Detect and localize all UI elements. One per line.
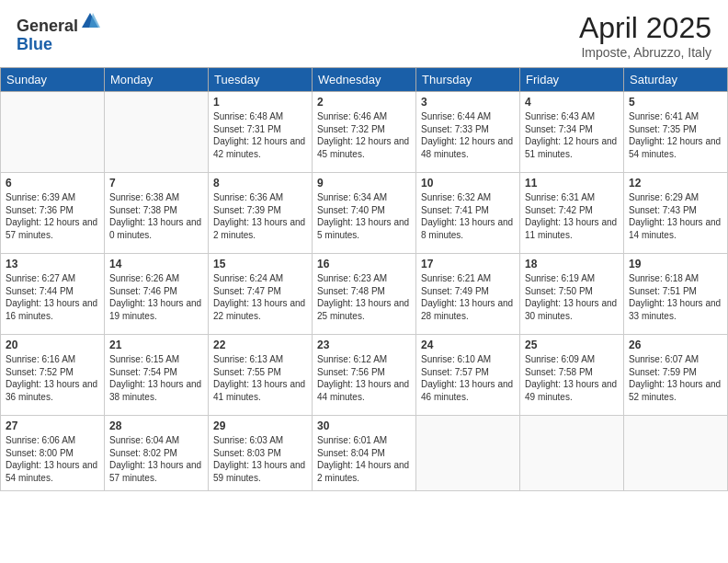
day-detail: Sunrise: 6:29 AMSunset: 7:43 PMDaylight:…: [629, 191, 722, 241]
calendar-cell: 21Sunrise: 6:15 AMSunset: 7:54 PMDayligh…: [105, 335, 209, 416]
day-detail: Sunrise: 6:01 AMSunset: 8:04 PMDaylight:…: [317, 434, 411, 484]
calendar-cell: 7Sunrise: 6:38 AMSunset: 7:38 PMDaylight…: [105, 173, 209, 254]
day-detail: Sunrise: 6:26 AMSunset: 7:46 PMDaylight:…: [109, 272, 203, 322]
day-detail: Sunrise: 6:31 AMSunset: 7:42 PMDaylight:…: [525, 191, 619, 241]
day-number: 22: [213, 339, 307, 351]
day-detail: Sunrise: 6:39 AMSunset: 7:36 PMDaylight:…: [6, 191, 99, 241]
day-detail: Sunrise: 6:12 AMSunset: 7:56 PMDaylight:…: [317, 353, 411, 403]
day-number: 26: [629, 339, 722, 351]
day-number: 3: [421, 96, 515, 109]
calendar-cell: 28Sunrise: 6:04 AMSunset: 8:02 PMDayligh…: [105, 416, 209, 491]
calendar-cell: 19Sunrise: 6:18 AMSunset: 7:51 PMDayligh…: [624, 254, 728, 335]
day-detail: Sunrise: 6:07 AMSunset: 7:59 PMDaylight:…: [629, 353, 722, 403]
day-number: 30: [317, 419, 411, 432]
calendar-cell: [416, 416, 520, 491]
days-of-week-row: SundayMondayTuesdayWednesdayThursdayFrid…: [1, 68, 728, 92]
calendar-cell: 27Sunrise: 6:06 AMSunset: 8:00 PMDayligh…: [1, 416, 105, 491]
calendar-cell: [1, 92, 105, 173]
calendar-cell: 26Sunrise: 6:07 AMSunset: 7:59 PMDayligh…: [624, 335, 728, 416]
calendar-cell: 29Sunrise: 6:03 AMSunset: 8:03 PMDayligh…: [209, 416, 313, 491]
day-number: 29: [213, 419, 307, 432]
day-number: 15: [213, 258, 307, 270]
calendar-cell: 5Sunrise: 6:41 AMSunset: 7:35 PMDaylight…: [624, 92, 728, 173]
calendar-cell: 17Sunrise: 6:21 AMSunset: 7:49 PMDayligh…: [416, 254, 520, 335]
day-number: 23: [317, 339, 411, 351]
day-detail: Sunrise: 6:13 AMSunset: 7:55 PMDaylight:…: [213, 353, 307, 403]
calendar-cell: 22Sunrise: 6:13 AMSunset: 7:55 PMDayligh…: [209, 335, 313, 416]
calendar-title: April 2025: [579, 11, 711, 45]
calendar-cell: 14Sunrise: 6:26 AMSunset: 7:46 PMDayligh…: [105, 254, 209, 335]
calendar-cell: 12Sunrise: 6:29 AMSunset: 7:43 PMDayligh…: [624, 173, 728, 254]
day-number: 1: [213, 96, 307, 109]
calendar-table: SundayMondayTuesdayWednesdayThursdayFrid…: [0, 67, 728, 491]
day-detail: Sunrise: 6:23 AMSunset: 7:48 PMDaylight:…: [317, 272, 411, 322]
day-number: 25: [525, 339, 619, 351]
calendar-cell: 24Sunrise: 6:10 AMSunset: 7:57 PMDayligh…: [416, 335, 520, 416]
calendar-cell: [520, 416, 624, 491]
header: General Blue April 2025 Imposte, Abruzzo…: [0, 0, 728, 67]
day-number: 10: [421, 177, 515, 190]
calendar-cell: 11Sunrise: 6:31 AMSunset: 7:42 PMDayligh…: [520, 173, 624, 254]
day-detail: Sunrise: 6:21 AMSunset: 7:49 PMDaylight:…: [421, 272, 515, 322]
day-number: 16: [317, 258, 411, 270]
day-number: 4: [525, 96, 619, 109]
day-number: 12: [629, 177, 722, 190]
day-number: 9: [317, 177, 411, 190]
calendar-cell: 6Sunrise: 6:39 AMSunset: 7:36 PMDaylight…: [1, 173, 105, 254]
day-detail: Sunrise: 6:48 AMSunset: 7:31 PMDaylight:…: [213, 110, 307, 160]
calendar-cell: 30Sunrise: 6:01 AMSunset: 8:04 PMDayligh…: [313, 416, 416, 491]
day-number: 13: [6, 258, 99, 270]
day-number: 20: [6, 339, 99, 351]
day-number: 2: [317, 96, 411, 109]
calendar-cell: 8Sunrise: 6:36 AMSunset: 7:39 PMDaylight…: [209, 173, 313, 254]
day-detail: Sunrise: 6:03 AMSunset: 8:03 PMDaylight:…: [213, 434, 307, 484]
day-detail: Sunrise: 6:41 AMSunset: 7:35 PMDaylight:…: [629, 110, 722, 160]
logo-general-text: General: [17, 17, 78, 35]
day-of-week-header: Saturday: [624, 68, 728, 92]
day-number: 6: [6, 177, 99, 190]
day-number: 27: [6, 419, 99, 432]
day-detail: Sunrise: 6:36 AMSunset: 7:39 PMDaylight:…: [213, 191, 307, 241]
calendar-cell: 23Sunrise: 6:12 AMSunset: 7:56 PMDayligh…: [313, 335, 416, 416]
calendar-cell: 16Sunrise: 6:23 AMSunset: 7:48 PMDayligh…: [313, 254, 416, 335]
day-detail: Sunrise: 6:38 AMSunset: 7:38 PMDaylight:…: [109, 191, 203, 241]
day-of-week-header: Thursday: [416, 68, 520, 92]
day-detail: Sunrise: 6:04 AMSunset: 8:02 PMDaylight:…: [109, 434, 203, 484]
day-of-week-header: Wednesday: [313, 68, 416, 92]
calendar-cell: 25Sunrise: 6:09 AMSunset: 7:58 PMDayligh…: [520, 335, 624, 416]
logo-blue-text: Blue: [17, 35, 52, 53]
day-detail: Sunrise: 6:32 AMSunset: 7:41 PMDaylight:…: [421, 191, 515, 241]
day-number: 5: [629, 96, 722, 109]
day-detail: Sunrise: 6:10 AMSunset: 7:57 PMDaylight:…: [421, 353, 515, 403]
calendar-cell: 1Sunrise: 6:48 AMSunset: 7:31 PMDaylight…: [209, 92, 313, 173]
calendar-cell: 10Sunrise: 6:32 AMSunset: 7:41 PMDayligh…: [416, 173, 520, 254]
day-number: 17: [421, 258, 515, 270]
calendar-cell: [105, 92, 209, 173]
title-block: April 2025 Imposte, Abruzzo, Italy: [579, 11, 711, 60]
day-number: 28: [109, 419, 203, 432]
day-detail: Sunrise: 6:44 AMSunset: 7:33 PMDaylight:…: [421, 110, 515, 160]
calendar-cell: [624, 416, 728, 491]
calendar-location: Imposte, Abruzzo, Italy: [579, 45, 711, 60]
day-number: 8: [213, 177, 307, 190]
day-detail: Sunrise: 6:09 AMSunset: 7:58 PMDaylight:…: [525, 353, 619, 403]
logo: General Blue: [17, 11, 100, 54]
day-number: 7: [109, 177, 203, 190]
day-detail: Sunrise: 6:24 AMSunset: 7:47 PMDaylight:…: [213, 272, 307, 322]
day-number: 18: [525, 258, 619, 270]
day-of-week-header: Sunday: [1, 68, 105, 92]
day-number: 19: [629, 258, 722, 270]
calendar-cell: 18Sunrise: 6:19 AMSunset: 7:50 PMDayligh…: [520, 254, 624, 335]
day-detail: Sunrise: 6:19 AMSunset: 7:50 PMDaylight:…: [525, 272, 619, 322]
day-number: 11: [525, 177, 619, 190]
calendar-cell: 13Sunrise: 6:27 AMSunset: 7:44 PMDayligh…: [1, 254, 105, 335]
day-detail: Sunrise: 6:46 AMSunset: 7:32 PMDaylight:…: [317, 110, 411, 160]
day-number: 24: [421, 339, 515, 351]
calendar-cell: 20Sunrise: 6:16 AMSunset: 7:52 PMDayligh…: [1, 335, 105, 416]
day-detail: Sunrise: 6:16 AMSunset: 7:52 PMDaylight:…: [6, 353, 99, 403]
calendar-cell: 3Sunrise: 6:44 AMSunset: 7:33 PMDaylight…: [416, 92, 520, 173]
calendar-cell: 2Sunrise: 6:46 AMSunset: 7:32 PMDaylight…: [313, 92, 416, 173]
day-detail: Sunrise: 6:27 AMSunset: 7:44 PMDaylight:…: [6, 272, 99, 322]
day-detail: Sunrise: 6:15 AMSunset: 7:54 PMDaylight:…: [109, 353, 203, 403]
day-detail: Sunrise: 6:06 AMSunset: 8:00 PMDaylight:…: [6, 434, 99, 484]
